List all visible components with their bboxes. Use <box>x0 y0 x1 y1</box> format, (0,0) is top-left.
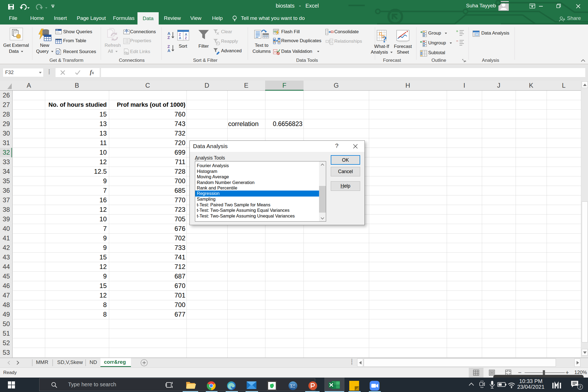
svg-text:A: A <box>179 36 181 40</box>
svg-text:Σ: Σ <box>290 383 293 388</box>
svg-text:Z: Z <box>167 35 170 39</box>
svg-text:Z: Z <box>185 36 187 40</box>
svg-text:A: A <box>185 33 187 36</box>
svg-text:÷: ÷ <box>293 386 295 389</box>
svg-text:?: ? <box>382 34 387 44</box>
svg-text:Z: Z <box>179 33 181 36</box>
svg-text:7: 7 <box>579 385 581 389</box>
